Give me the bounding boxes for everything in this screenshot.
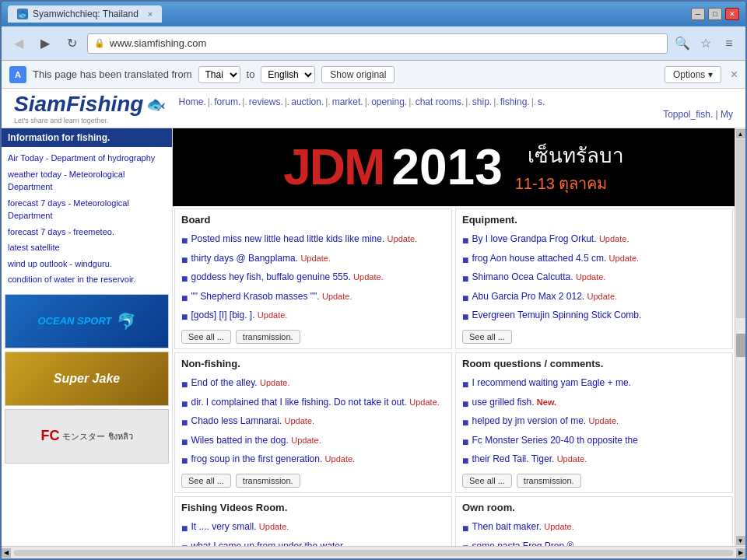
item-text: Shimano Ocea Calcutta. Update. (472, 271, 605, 284)
active-tab[interactable]: 🐟 Syamwichchieq: Thailand × (8, 5, 162, 23)
back-button[interactable]: ◀ (8, 33, 30, 54)
scroll-down-button[interactable]: ▼ (736, 536, 745, 545)
list-item: ■ use grilled fish. New. (462, 396, 726, 412)
bullet-icon: ■ (181, 253, 188, 268)
nav-home[interactable]: Home. (178, 96, 205, 107)
nav-icons: 🔍 ☆ ≡ (672, 33, 739, 54)
ocean-sport-ad[interactable]: OCEAN SPORT 🐬 (5, 294, 169, 348)
nav-reviews[interactable]: reviews. (249, 96, 283, 107)
item-text: Fc Monster Series 20-40 th opposite the (472, 434, 637, 447)
nav-auction[interactable]: auction. (291, 96, 324, 107)
list-item: ■ Then bait maker. Update. (462, 520, 726, 537)
sidebar-link-water[interactable]: condition of water in the reservoir. (5, 271, 169, 288)
navigation-bar: ◀ ▶ ↻ 🔒 www.siamfishing.com 🔍 ☆ ≡ (2, 26, 745, 61)
bullet-icon: ■ (181, 415, 188, 431)
nav-fishing[interactable]: fishing. (500, 96, 530, 107)
super-jake-text: Super Jake (54, 372, 120, 386)
see-all-row: See all ... transmission. (181, 330, 445, 344)
non-fishing-see-all-button[interactable]: See all ... (181, 474, 231, 488)
equipment-title: Equipment. (462, 214, 726, 228)
nav-sep3: |. (285, 96, 289, 107)
bullet-icon: ■ (462, 541, 468, 546)
list-item: ■ Wiles batted in the dog. Update. (181, 434, 445, 450)
bullet-icon: ■ (181, 291, 188, 306)
board-transmission-button[interactable]: transmission. (236, 330, 300, 344)
item-text: By I love Grandpa Frog Orkut. Update. (472, 233, 629, 246)
minimize-button[interactable]: ─ (691, 8, 705, 20)
sidebar: Information for fishing. Air Today - Dep… (2, 128, 173, 546)
list-item: ■ their Red Tail. Tiger. Update. (462, 453, 726, 469)
non-fishing-title: Non-fishing. (181, 358, 445, 372)
list-item: ■ Chado less Lamnarai. Update. (181, 415, 445, 431)
address-bar[interactable]: 🔒 www.siamfishing.com (87, 33, 668, 54)
fc-subtext: モンスター ชิงหลิว (62, 429, 132, 443)
list-item: ■ Shimano Ocea Calcutta. Update. (462, 271, 726, 287)
vertical-scrollbar[interactable]: ▲ ▼ (735, 128, 745, 546)
sidebar-link-wind[interactable]: wind up outlook - windguru. (5, 256, 169, 272)
see-all-row: See all ... transmission. (462, 474, 726, 488)
scroll-thumb[interactable] (736, 334, 745, 357)
nav-row1: Home. |. forum. |. reviews. |. auction. … (178, 96, 733, 107)
non-fishing-transmission-button[interactable]: transmission. (236, 474, 300, 488)
show-original-button[interactable]: Show original (321, 66, 395, 83)
item-text: Chado less Lamnarai. Update. (191, 415, 314, 428)
translate-options-button[interactable]: Options ▾ (665, 66, 721, 83)
board-see-all-button[interactable]: See all ... (181, 330, 231, 344)
sidebar-link-satellite[interactable]: latest satellite (5, 240, 169, 256)
main-layout: Information for fishing. Air Today - Dep… (2, 128, 745, 546)
sidebar-link-air[interactable]: Air Today - Department of hydrography (5, 150, 169, 166)
maximize-button[interactable]: □ (708, 8, 722, 20)
logo-text: SiamFishing (14, 92, 143, 117)
nav-more[interactable]: s. (538, 96, 545, 107)
scroll-track (736, 139, 745, 318)
super-jake-banner: Super Jake (5, 352, 168, 405)
bullet-icon: ■ (462, 415, 468, 431)
sidebar-link-forecast7-free[interactable]: forecast 7 days - freemeteo. (5, 224, 169, 240)
nav-sep8: |. (493, 96, 498, 107)
non-fishing-section: Non-fishing. ■ End of the alley. Update.… (174, 352, 452, 493)
scroll-left-button[interactable]: ◀ (2, 548, 11, 558)
sidebar-link-weather[interactable]: weather today - Meteorological Departmen… (5, 166, 169, 195)
search-icon[interactable]: 🔍 (672, 33, 693, 54)
item-text: End of the alley. Update. (191, 376, 289, 390)
list-item: ■ Evergreen Temujin Spinning Stick Comb. (462, 309, 726, 325)
list-item: ■ "" Shepherd Krasob masses "". Update. (181, 290, 445, 306)
sidebar-link-forecast7-met[interactable]: forecast 7 days - Meteorological Departm… (5, 195, 169, 224)
list-item: ■ thirty days @ Bangplama. Update. (181, 252, 445, 268)
bookmark-icon[interactable]: ☆ (696, 33, 716, 54)
from-language-select[interactable]: Thai (198, 66, 240, 83)
bullet-icon: ■ (181, 541, 188, 546)
nav-forum[interactable]: forum. (214, 96, 240, 107)
nav-sep5: |. (365, 96, 370, 107)
list-item: ■ frog Aon house attached 4.5 cm. Update… (462, 252, 726, 268)
scroll-right-button[interactable]: ▶ (736, 548, 745, 558)
to-language-select[interactable]: English (261, 66, 315, 83)
close-button[interactable]: ✕ (725, 8, 739, 20)
equipment-see-all-button[interactable]: See all ... (462, 330, 512, 344)
translate-close-button[interactable]: × (731, 68, 738, 82)
nav-market[interactable]: market. (332, 96, 363, 107)
scroll-up-button[interactable]: ▲ (736, 129, 745, 138)
bullet-icon: ■ (462, 435, 468, 450)
fishing-videos-section: Fishing Videos Room. ■ It .... very smal… (174, 496, 452, 546)
forward-button[interactable]: ▶ (34, 33, 56, 54)
bullet-icon: ■ (181, 521, 188, 537)
bullet-icon: ■ (462, 310, 468, 325)
list-item: ■ dir. I complained that I like fishing.… (181, 396, 445, 412)
equipment-section: Equipment. ■ By I love Grandpa Frog Orku… (455, 208, 733, 349)
bullet-icon: ■ (181, 377, 188, 393)
see-all-row: See all ... (462, 330, 726, 344)
list-item: ■ I recommend waiting yam Eagle + me. (462, 376, 726, 393)
nav-opening[interactable]: opening. (371, 96, 407, 107)
fc-ad[interactable]: FC モンスター ชิงหลิว (5, 409, 169, 464)
refresh-button[interactable]: ↻ (61, 33, 82, 54)
room-questions-see-all-button[interactable]: See all ... (462, 474, 512, 488)
site-header: SiamFishing 🐟 Let's share and learn toge… (2, 89, 745, 128)
nav-ship[interactable]: ship. (472, 96, 492, 107)
menu-icon[interactable]: ≡ (719, 33, 739, 54)
room-questions-transmission-button[interactable]: transmission. (517, 474, 581, 488)
tab-close-btn[interactable]: × (148, 9, 153, 19)
super-jake-ad[interactable]: Super Jake (5, 352, 169, 406)
nav-chatrooms[interactable]: chat rooms. (416, 96, 465, 107)
horizontal-scrollbar[interactable]: ◀ ▶ (2, 546, 745, 558)
